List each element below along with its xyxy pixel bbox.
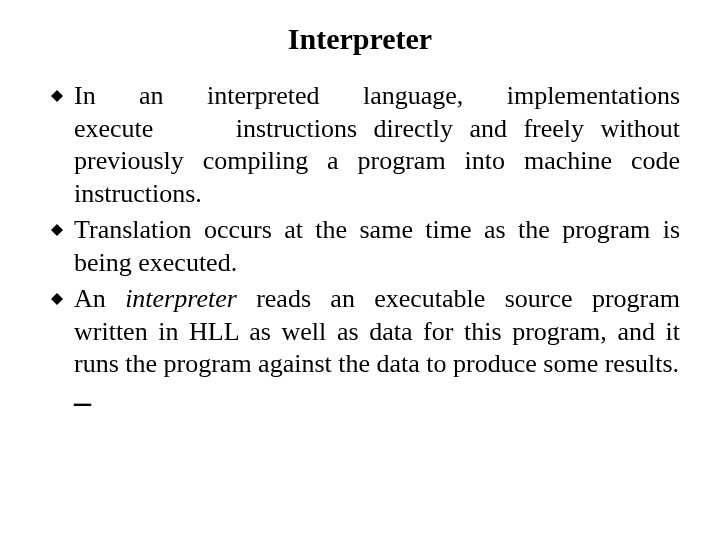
svg-marker-1 — [51, 224, 63, 236]
svg-marker-0 — [51, 90, 63, 102]
diamond-bullet-icon — [40, 214, 74, 236]
list-item: In an interpreted language, implementati… — [40, 80, 680, 210]
bullet-text: An interpreter reads an executable sourc… — [74, 283, 680, 381]
bullet-text: In an interpreted language, implementati… — [74, 80, 680, 210]
text-fragment: instructions directly and freely without… — [74, 114, 680, 208]
slide-title: Interpreter — [40, 22, 680, 56]
diamond-bullet-icon — [40, 283, 74, 305]
list-item: An interpreter reads an executable sourc… — [40, 283, 680, 381]
svg-marker-2 — [51, 293, 63, 305]
list-item: Translation occurs at the same time as t… — [40, 214, 680, 279]
italic-text: interpreter — [125, 284, 237, 313]
diamond-bullet-icon — [40, 80, 74, 102]
bullet-text: Translation occurs at the same time as t… — [74, 214, 680, 279]
text-fragment: An — [74, 284, 125, 313]
bullet-list: In an interpreted language, implementati… — [40, 80, 680, 419]
sub-bullet-dash: – — [40, 385, 680, 419]
slide: Interpreter In an interpreted language, … — [0, 0, 720, 540]
